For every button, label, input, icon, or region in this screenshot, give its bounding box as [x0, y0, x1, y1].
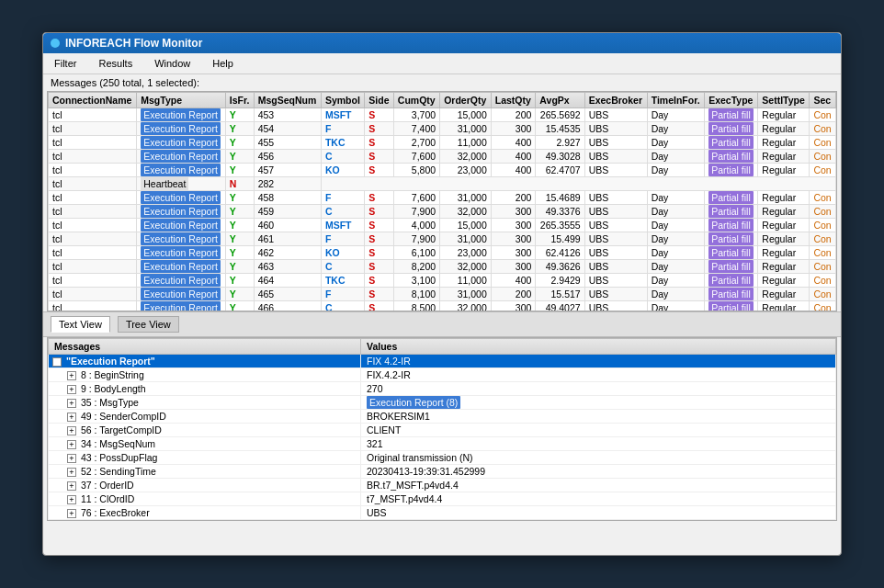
cell-symbol: MSFT: [321, 219, 364, 232]
detail-row[interactable]: + 76 : ExecBroker UBS: [49, 506, 836, 520]
tab-text-view[interactable]: Text View: [51, 316, 110, 333]
cell-timeinfor: Day: [647, 274, 705, 288]
expand-icon[interactable]: +: [67, 426, 76, 435]
cell-side: S: [365, 288, 393, 301]
detail-row[interactable]: + 8 : BeginString FIX.4.2-IR: [49, 368, 836, 382]
cell-exectype: Partial fill: [705, 219, 758, 232]
cell-lastqty: 200: [491, 288, 536, 301]
detail-row[interactable]: + 56 : TargetCompID CLIENT: [49, 424, 836, 437]
cell-seq: 282: [254, 177, 321, 191]
table-row[interactable]: tcl Execution Report Y 458 F S 7,600 31,…: [49, 191, 836, 205]
cell-execbroker: UBS: [584, 150, 647, 164]
cell-execbroker: UBS: [584, 288, 647, 301]
detail-row[interactable]: + 11 : ClOrdID t7_MSFT.p4vd4.4: [49, 492, 836, 506]
cell-msgtype: Execution Report: [137, 108, 225, 122]
col-execbroker: ExecBroker: [584, 93, 647, 108]
cell-isfr: Y: [225, 232, 254, 246]
col-connectionname: ConnectionName: [49, 93, 137, 108]
cell-symbol: F: [321, 191, 364, 205]
cell-side: S: [365, 150, 393, 164]
detail-cell-message: + 49 : SenderCompID: [49, 410, 361, 424]
table-row[interactable]: tcl Execution Report Y 462 KO S 6,100 23…: [49, 246, 836, 260]
cell-sec: Con: [810, 274, 836, 288]
cell-avgpx: 62.4126: [536, 246, 584, 260]
cell-settltype: Regular: [758, 260, 810, 274]
detail-row[interactable]: + 34 : MsgSeqNum 321: [49, 437, 836, 451]
expand-icon[interactable]: +: [67, 371, 76, 380]
table-row[interactable]: tcl Execution Report Y 466 C S 8,500 32,…: [49, 301, 836, 312]
table-row[interactable]: tcl Execution Report Y 453 MSFT S 3,700 …: [49, 108, 836, 122]
top-table-container[interactable]: ConnectionName MsgType IsFr. MsgSeqNum S…: [47, 91, 837, 311]
table-row[interactable]: tcl Execution Report Y 457 KO S 5,800 23…: [49, 164, 836, 177]
menu-item-help[interactable]: Help: [209, 56, 237, 71]
table-row[interactable]: tcl Execution Report Y 465 F S 8,100 31,…: [49, 288, 836, 301]
cell-timeinfor: Day: [647, 205, 705, 219]
menu-item-window[interactable]: Window: [151, 56, 194, 71]
cell-orderqty: 23,000: [440, 164, 492, 177]
cell-conn: tcl: [49, 246, 137, 260]
cell-symbol: KO: [321, 164, 364, 177]
bottom-tabs: Text View Tree View: [43, 311, 841, 337]
cell-sec: Con: [810, 108, 836, 122]
cell-orderqty: 11,000: [440, 136, 492, 150]
expand-icon[interactable]: +: [67, 481, 76, 491]
detail-row[interactable]: − "Execution Report" FIX 4.2-IR: [49, 355, 836, 368]
table-row[interactable]: tcl Heartbeat N 282: [49, 177, 836, 191]
cell-seq: 459: [254, 205, 321, 219]
table-row[interactable]: tcl Execution Report Y 463 C S 8,200 32,…: [49, 260, 836, 274]
detail-row[interactable]: + 9 : BodyLength 270: [49, 382, 836, 396]
cell-side: S: [365, 301, 393, 312]
messages-table: ConnectionName MsgType IsFr. MsgSeqNum S…: [48, 92, 836, 311]
detail-row[interactable]: + 43 : PossDupFlag Original transmission…: [49, 451, 836, 465]
menu-item-filter[interactable]: Filter: [51, 56, 80, 71]
cell-side: S: [365, 164, 393, 177]
col-avgpx: AvgPx: [536, 93, 584, 108]
bottom-table-wrapper[interactable]: Messages Values − "Execution Report" FIX…: [47, 337, 837, 521]
table-row[interactable]: tcl Execution Report Y 456 C S 7,600 32,…: [49, 150, 836, 164]
cell-cumqty: 6,100: [393, 246, 439, 260]
table-row[interactable]: tcl Execution Report Y 454 F S 7,400 31,…: [49, 122, 836, 136]
expand-icon[interactable]: −: [52, 357, 62, 367]
cell-timeinfor: Day: [647, 301, 705, 312]
cell-msgtype: Execution Report: [137, 219, 225, 232]
expand-icon[interactable]: +: [67, 399, 76, 408]
cell-msgtype: Execution Report: [137, 164, 225, 177]
expand-icon[interactable]: +: [67, 440, 76, 449]
tab-tree-view[interactable]: Tree View: [118, 316, 179, 333]
cell-lastqty: 300: [491, 232, 536, 246]
table-row[interactable]: tcl Execution Report Y 459 C S 7,900 32,…: [49, 205, 836, 219]
expand-icon[interactable]: +: [67, 509, 76, 518]
detail-row[interactable]: + 49 : SenderCompID BROKERSIM1: [49, 410, 836, 424]
cell-timeinfor: Day: [647, 232, 705, 246]
cell-settltype: Regular: [758, 164, 810, 177]
cell-timeinfor: Day: [647, 136, 705, 150]
cell-isfr: Y: [225, 136, 254, 150]
detail-cell-message: + 56 : TargetCompID: [49, 424, 361, 437]
expand-icon[interactable]: +: [67, 413, 76, 422]
cell-sec: Con: [810, 232, 836, 246]
expand-icon[interactable]: +: [67, 468, 76, 477]
detail-row[interactable]: + 37 : OrderID BR.t7_MSFT.p4vd4.4: [49, 479, 836, 492]
cell-isfr: Y: [225, 246, 254, 260]
cell-timeinfor: Day: [647, 164, 705, 177]
detail-row[interactable]: + 52 : SendingTime 20230413-19:39:31.452…: [49, 465, 836, 479]
expand-icon[interactable]: +: [67, 385, 76, 394]
cell-side: S: [365, 260, 393, 274]
cell-seq: 464: [254, 274, 321, 288]
expand-icon[interactable]: +: [67, 454, 76, 463]
cell-orderqty: 31,000: [440, 191, 492, 205]
table-row[interactable]: tcl Execution Report Y 461 F S 7,900 31,…: [49, 232, 836, 246]
cell-settltype: Regular: [758, 301, 810, 312]
cell-exectype: Partial fill: [705, 122, 758, 136]
table-row[interactable]: tcl Execution Report Y 455 TKC S 2,700 1…: [49, 136, 836, 150]
expand-icon[interactable]: +: [67, 495, 76, 504]
cell-orderqty: 11,000: [440, 274, 492, 288]
bottom-container: Messages Values − "Execution Report" FIX…: [47, 337, 837, 521]
table-header-row: ConnectionName MsgType IsFr. MsgSeqNum S…: [49, 93, 836, 108]
table-row[interactable]: tcl Execution Report Y 460 MSFT S 4,000 …: [49, 219, 836, 232]
cell-conn: tcl: [49, 164, 137, 177]
detail-row[interactable]: + 35 : MsgType Execution Report (8): [49, 396, 836, 410]
table-row[interactable]: tcl Execution Report Y 464 TKC S 3,100 1…: [49, 274, 836, 288]
cell-cumqty: 7,900: [393, 232, 439, 246]
menu-item-results[interactable]: Results: [95, 56, 136, 71]
